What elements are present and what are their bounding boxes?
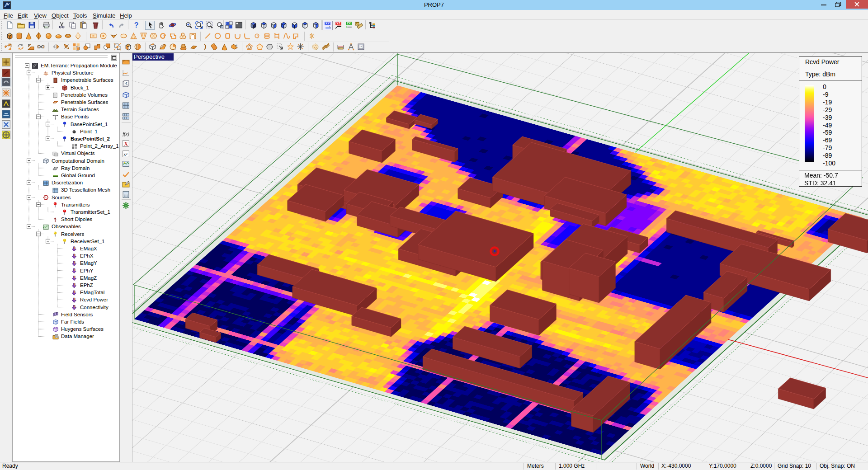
svg-text:Global Ground: Global Ground [61,173,95,178]
svg-text:BasePointSet_1: BasePointSet_1 [71,122,108,127]
svg-text:Field Sensors: Field Sensors [61,312,93,317]
svg-text:x²: x² [123,152,127,157]
svg-text:?: ? [134,21,139,29]
svg-text:Point_2_Array_1: Point_2_Array_1 [80,143,119,149]
svg-text:Receivers: Receivers [61,231,84,237]
svg-text:Computational Domain: Computational Domain [52,158,104,164]
svg-text:BasePointSet_2: BasePointSet_2 [71,136,110,141]
svg-text:EPhZ: EPhZ [80,282,93,288]
svg-text:XY: XY [326,22,330,25]
svg-text:EMagZ: EMagZ [80,275,97,281]
svg-text:YZ: YZ [336,22,341,25]
svg-text:Rcvd Power: Rcvd Power [80,297,108,302]
svg-text:Penetrable Surfaces: Penetrable Surfaces [61,99,108,105]
svg-text:?: ? [360,45,362,49]
svg-text:Far Fields: Far Fields [61,319,84,324]
svg-text:€: € [125,81,127,86]
svg-text:EMagX: EMagX [80,246,97,251]
svg-text:Terrain Surfaces: Terrain Surfaces [61,107,99,112]
svg-text:Huygens Surfaces: Huygens Surfaces [61,326,104,332]
svg-text:Data Manager: Data Manager [61,334,94,339]
svg-text:EM.Terrano: Propagation Module: EM.Terrano: Propagation Module [41,63,117,68]
svg-text:EPhX: EPhX [80,253,94,258]
svg-text:Impenetrable Surfaces: Impenetrable Surfaces [61,77,113,83]
svg-text:T: T [226,22,227,24]
svg-text:3D Tessellation Mesh: 3D Tessellation Mesh [61,187,110,193]
svg-text:EPhY: EPhY [80,268,94,273]
svg-text:EMagTotal: EMagTotal [80,290,104,295]
svg-text:Virtual Objects: Virtual Objects [61,150,95,156]
svg-text:Point_1: Point_1 [80,129,98,134]
svg-text:EMagY: EMagY [80,260,97,266]
svg-text:ReceiverSet_1: ReceiverSet_1 [71,239,104,244]
svg-text:Discretization: Discretization [52,180,83,185]
svg-text:ZX: ZX [347,22,351,25]
svg-text:W: W [356,22,359,26]
svg-text:Physical Structure: Physical Structure [52,70,94,75]
svg-text:f(x): f(x) [123,132,129,137]
svg-text:Base Points: Base Points [61,114,89,119]
svg-text:Sources: Sources [52,195,71,200]
svg-text:Short Dipoles: Short Dipoles [61,216,92,222]
svg-text:X: X [124,141,128,147]
svg-text:Ray Domain: Ray Domain [61,165,90,171]
svg-text:Block_1: Block_1 [71,85,89,90]
svg-text:Transmitters: Transmitters [61,202,90,207]
svg-text:Observables: Observables [52,224,81,229]
svg-text:Connectivity: Connectivity [80,305,108,310]
svg-text:TransmitterSet_1: TransmitterSet_1 [71,209,110,215]
svg-text:Penetrable Volumes: Penetrable Volumes [61,92,108,98]
